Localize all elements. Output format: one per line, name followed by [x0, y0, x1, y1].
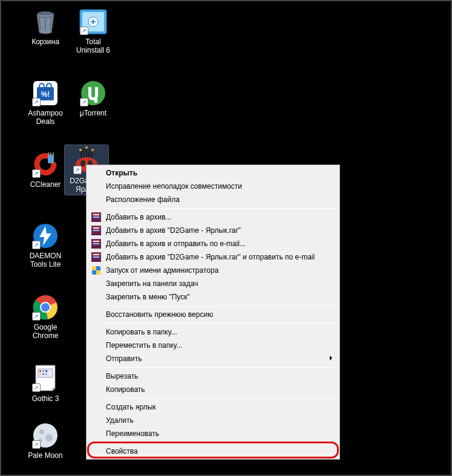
ctx-label: Запуск от имени администратора	[106, 266, 218, 275]
ctx-label: Добавить в архив...	[106, 213, 171, 221]
context-menu: Открыть Исправление неполадок совместимо…	[86, 165, 340, 460]
ctx-send-to[interactable]: Отправить	[88, 352, 338, 365]
shortcut-badge-icon: ↗	[32, 383, 41, 392]
svg-rect-12	[50, 152, 51, 156]
chrome-icon: ↗	[31, 293, 60, 322]
desktop-icon-chrome[interactable]: ↗ Google Chrome	[22, 293, 68, 340]
desktop-icon-daemon[interactable]: ↗ DAEMON Tools Lite	[19, 221, 71, 269]
ctx-label: Исправление неполадок совместимости	[106, 182, 242, 191]
svg-rect-29	[42, 373, 44, 375]
shortcut-badge-icon: ↗	[32, 312, 41, 321]
ctx-pin-start[interactable]: Закрепить в меню "Пуск"	[88, 290, 338, 304]
ctx-move-to-folder[interactable]: Переместить в папку...	[88, 339, 338, 352]
ctx-label: Создать ярлык	[106, 403, 156, 411]
submenu-arrow-icon	[330, 356, 332, 360]
ctx-troubleshoot-compat[interactable]: Исправление неполадок совместимости	[88, 180, 338, 193]
recycle-bin-icon	[31, 7, 60, 36]
ctx-label: Переместить в папку...	[106, 341, 182, 350]
palemoon-icon: ↗	[31, 421, 60, 450]
ctx-separator	[105, 305, 337, 306]
ctx-create-shortcut[interactable]: Создать ярлык	[88, 400, 338, 414]
desktop-icon-total-uninstall[interactable]: ↗ Total Uninstall 6	[70, 7, 116, 54]
ctx-separator	[105, 442, 337, 443]
svg-point-19	[91, 149, 94, 151]
ctx-rename[interactable]: Переименовать	[88, 427, 338, 440]
winrar-icon	[91, 226, 101, 235]
ctx-open-file-location[interactable]: Расположение файла	[88, 193, 338, 206]
desktop-icon-ccleaner[interactable]: ↗ CCleaner	[22, 150, 68, 189]
desktop-icon-recycle-bin[interactable]: Корзина	[22, 7, 68, 46]
svg-rect-28	[39, 373, 41, 375]
svg-rect-30	[45, 373, 47, 375]
ctx-label: Закрепить на панели задач	[106, 279, 198, 288]
ccleaner-icon: ↗	[31, 150, 60, 179]
total-uninstall-icon: ↗	[79, 7, 108, 36]
svg-point-18	[85, 146, 88, 149]
svg-rect-10	[48, 155, 54, 163]
ctx-add-to-named-archive[interactable]: Добавить в архив "D2Game - Ярлык.rar"	[88, 224, 338, 237]
ctx-copy[interactable]: Копировать	[88, 383, 338, 396]
ctx-label: Восстановить прежнюю версию	[106, 310, 213, 319]
ctx-label: Копировать	[106, 385, 145, 394]
ctx-run-as-admin[interactable]: Запуск от имени администратора	[88, 264, 338, 277]
desktop-icon-utorrent[interactable]: ↗ μTorrent	[70, 79, 116, 117]
shortcut-badge-icon: ↗	[32, 241, 41, 249]
svg-rect-26	[42, 370, 44, 372]
ctx-named-archive-and-email[interactable]: Добавить в архив "D2Game - Ярлык.rar" и …	[88, 250, 338, 264]
shortcut-badge-icon: ↗	[80, 98, 88, 106]
svg-point-23	[41, 303, 50, 311]
icon-label: Total Uninstall 6	[71, 37, 116, 54]
ctx-cut[interactable]: Вырезать	[88, 370, 338, 383]
ctx-label: Добавить в архив и отправить по e-mail..…	[106, 240, 246, 248]
ctx-add-to-archive[interactable]: Добавить в архив...	[88, 210, 338, 224]
ctx-label: Добавить в архив "D2Game - Ярлык.rar"	[106, 226, 241, 235]
ctx-separator	[105, 367, 337, 368]
ctx-label: Удалить	[106, 416, 134, 425]
svg-rect-11	[48, 152, 49, 156]
ctx-archive-and-email[interactable]: Добавить в архив и отправить по e-mail..…	[88, 237, 338, 250]
shortcut-badge-icon: ↗	[32, 440, 41, 449]
svg-point-32	[39, 429, 44, 434]
desktop[interactable]: Корзина ↗ Total Uninstall 6 %! ↗	[1, 1, 451, 475]
ashampoo-icon: %! ↗	[31, 79, 60, 108]
shortcut-badge-icon: ↗	[80, 27, 88, 35]
ctx-open[interactable]: Открыть	[88, 166, 338, 180]
ctx-delete[interactable]: Удалить	[88, 414, 338, 427]
icon-label: Google Chrome	[23, 323, 68, 340]
desktop-icon-palemoon[interactable]: ↗ Pale Moon	[22, 421, 68, 460]
ctx-label: Отправить	[106, 354, 142, 363]
svg-point-33	[45, 434, 53, 442]
ctx-label: Расположение файла	[106, 195, 180, 204]
icon-label: Gothic 3	[32, 394, 59, 403]
ctx-restore-previous[interactable]: Восстановить прежнюю версию	[88, 308, 338, 321]
icon-label: μTorrent	[80, 109, 106, 117]
icon-label: CCleaner	[30, 180, 61, 189]
daemon-tools-icon: ↗	[31, 221, 60, 250]
winrar-icon	[91, 239, 101, 249]
ctx-label: Закрепить в меню "Пуск"	[106, 293, 190, 301]
icon-label: Корзина	[31, 37, 59, 46]
svg-text:%!: %!	[41, 90, 50, 99]
ctx-separator	[105, 398, 337, 399]
ctx-label: Свойства	[106, 447, 138, 455]
ctx-label: Вырезать	[106, 372, 138, 380]
shortcut-badge-icon: ↗	[32, 169, 41, 178]
desktop-icon-gothic3[interactable]: ↗ Gothic 3	[22, 364, 68, 403]
ctx-label: Открыть	[106, 169, 137, 177]
ctx-separator	[105, 208, 337, 209]
ctx-properties[interactable]: Свойства	[88, 445, 338, 458]
ctx-separator	[105, 323, 337, 324]
shortcut-badge-icon: ↗	[73, 166, 82, 174]
svg-point-17	[79, 149, 82, 151]
ctx-label: Копировать в папку...	[106, 328, 177, 336]
ctx-pin-taskbar[interactable]: Закрепить на панели задач	[88, 277, 338, 290]
svg-rect-13	[53, 152, 54, 156]
svg-rect-9	[94, 98, 97, 103]
svg-rect-27	[45, 370, 47, 372]
gothic3-icon: ↗	[31, 364, 60, 393]
ctx-copy-to-folder[interactable]: Копировать в папку...	[88, 325, 338, 339]
desktop-icon-ashampoo[interactable]: %! ↗ Ashampoo Deals	[19, 79, 71, 126]
svg-rect-25	[39, 370, 41, 372]
winrar-icon	[91, 212, 101, 222]
utorrent-icon: ↗	[79, 79, 108, 108]
